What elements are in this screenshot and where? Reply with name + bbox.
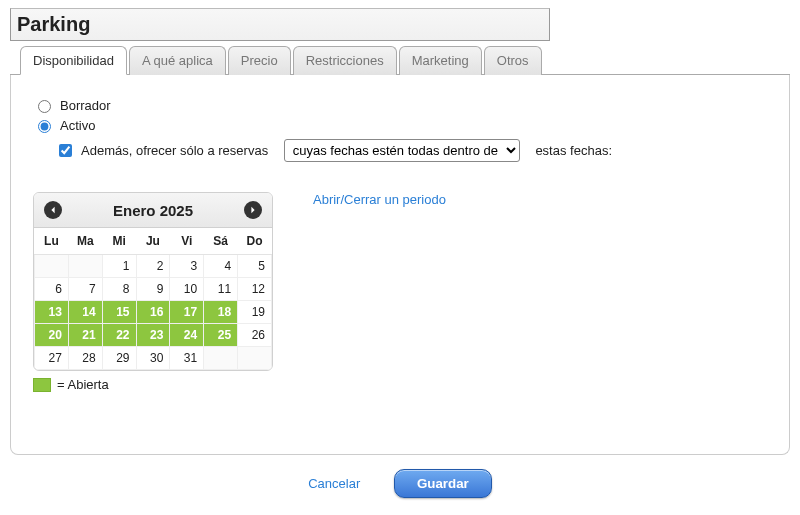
- calendar-day[interactable]: 11: [204, 278, 238, 301]
- tab-aplica[interactable]: A qué aplica: [129, 46, 226, 75]
- calendar-legend: = Abierta: [33, 377, 273, 392]
- status-activo-radio[interactable]: [38, 120, 51, 133]
- calendar-day[interactable]: 21: [68, 324, 102, 347]
- calendar-day[interactable]: 5: [238, 255, 272, 278]
- calendar-day[interactable]: 6: [35, 278, 69, 301]
- calendar-title: Enero 2025: [113, 202, 193, 219]
- legend-label: = Abierta: [57, 377, 109, 392]
- calendar-day[interactable]: 18: [204, 301, 238, 324]
- calendar-day[interactable]: 29: [102, 347, 136, 370]
- calendar-next-icon[interactable]: [244, 201, 262, 219]
- tab-otros[interactable]: Otros: [484, 46, 542, 75]
- calendar-day[interactable]: 2: [136, 255, 170, 278]
- calendar-prev-icon[interactable]: [44, 201, 62, 219]
- calendar-empty-cell: [35, 255, 69, 278]
- legend-swatch-open: [33, 378, 51, 392]
- tab-restricciones[interactable]: Restricciones: [293, 46, 397, 75]
- calendar-weekday: Vi: [170, 228, 204, 255]
- calendar-day[interactable]: 8: [102, 278, 136, 301]
- save-button[interactable]: Guardar: [394, 469, 492, 498]
- status-borrador-radio[interactable]: [38, 100, 51, 113]
- calendar-weekday: Ma: [68, 228, 102, 255]
- offer-condition-select[interactable]: cuyas fechas estén todas dentro de: [284, 139, 520, 162]
- tab-disponibilidad[interactable]: Disponibilidad: [20, 46, 127, 75]
- calendar-empty-cell: [238, 347, 272, 370]
- calendar-day[interactable]: 13: [35, 301, 69, 324]
- calendar-day[interactable]: 9: [136, 278, 170, 301]
- calendar-empty-cell: [204, 347, 238, 370]
- calendar-weekday: Lu: [35, 228, 69, 255]
- calendar-weekday: Ju: [136, 228, 170, 255]
- offer-checkbox-label[interactable]: Además, ofrecer sólo a reservas: [81, 143, 268, 158]
- calendar-day[interactable]: 7: [68, 278, 102, 301]
- calendar-weekday: Mi: [102, 228, 136, 255]
- calendar-day[interactable]: 31: [170, 347, 204, 370]
- calendar-day[interactable]: 15: [102, 301, 136, 324]
- calendar-day[interactable]: 19: [238, 301, 272, 324]
- tab-bar: DisponibilidadA qué aplicaPrecioRestricc…: [10, 45, 790, 75]
- page-title: Parking: [10, 8, 550, 41]
- action-bar: Cancelar Guardar: [10, 469, 790, 498]
- status-activo-label[interactable]: Activo: [60, 118, 95, 133]
- calendar-grid: LuMaMiJuViSáDo 1234567891011121314151617…: [34, 228, 272, 370]
- calendar-day[interactable]: 10: [170, 278, 204, 301]
- calendar-day[interactable]: 17: [170, 301, 204, 324]
- calendar-day[interactable]: 23: [136, 324, 170, 347]
- calendar-day[interactable]: 14: [68, 301, 102, 324]
- panel-disponibilidad: Borrador Activo Además, ofrecer sólo a r…: [10, 75, 790, 455]
- calendar-day[interactable]: 26: [238, 324, 272, 347]
- tab-precio[interactable]: Precio: [228, 46, 291, 75]
- offer-trailing-text: estas fechas:: [535, 143, 612, 158]
- calendar-weekday: Do: [238, 228, 272, 255]
- calendar-weekday: Sá: [204, 228, 238, 255]
- calendar-day[interactable]: 25: [204, 324, 238, 347]
- tab-marketing[interactable]: Marketing: [399, 46, 482, 75]
- calendar-day[interactable]: 12: [238, 278, 272, 301]
- open-close-period-link[interactable]: Abrir/Cerrar un periodo: [313, 192, 446, 207]
- calendar-day[interactable]: 4: [204, 255, 238, 278]
- calendar-day[interactable]: 22: [102, 324, 136, 347]
- calendar-day[interactable]: 27: [35, 347, 69, 370]
- calendar-empty-cell: [68, 255, 102, 278]
- calendar-day[interactable]: 1: [102, 255, 136, 278]
- calendar-day[interactable]: 3: [170, 255, 204, 278]
- offer-checkbox[interactable]: [59, 144, 72, 157]
- calendar-day[interactable]: 30: [136, 347, 170, 370]
- status-borrador-label[interactable]: Borrador: [60, 98, 111, 113]
- cancel-button[interactable]: Cancelar: [308, 476, 360, 491]
- calendar-day[interactable]: 20: [35, 324, 69, 347]
- calendar-day[interactable]: 16: [136, 301, 170, 324]
- calendar-day[interactable]: 24: [170, 324, 204, 347]
- calendar: Enero 2025 LuMaMiJuViSáDo 12345678910111…: [33, 192, 273, 371]
- calendar-day[interactable]: 28: [68, 347, 102, 370]
